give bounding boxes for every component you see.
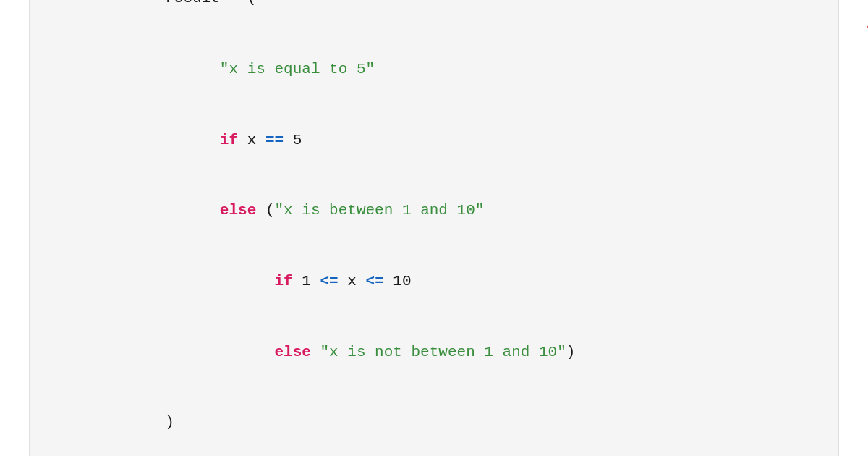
main-container: x = 5 result = ( "x is equal to 5" if x … — [29, 0, 839, 456]
code-line-4: if x == 5 — [56, 105, 685, 176]
code-wrapper: x = 5 result = ( "x is equal to 5" if x … — [56, 0, 685, 456]
code-box: x = 5 result = ( "x is equal to 5" if x … — [29, 0, 839, 456]
code-content: x = 5 result = ( "x is equal to 5" if x … — [56, 0, 685, 456]
code-line-3: "x is equal to 5" — [56, 34, 685, 105]
code-line-7: else "x is not between 1 and 10") — [56, 317, 685, 388]
code-line-2: result = ( — [56, 0, 685, 34]
code-line-8: ) — [56, 388, 685, 456]
code-line-5: else ("x is between 1 and 10" — [56, 176, 685, 247]
code-line-6: if 1 <= x <= 10 — [56, 246, 685, 317]
brace-svg — [861, 0, 868, 30]
brace-annotation: Inline if statement — [861, 0, 868, 30]
